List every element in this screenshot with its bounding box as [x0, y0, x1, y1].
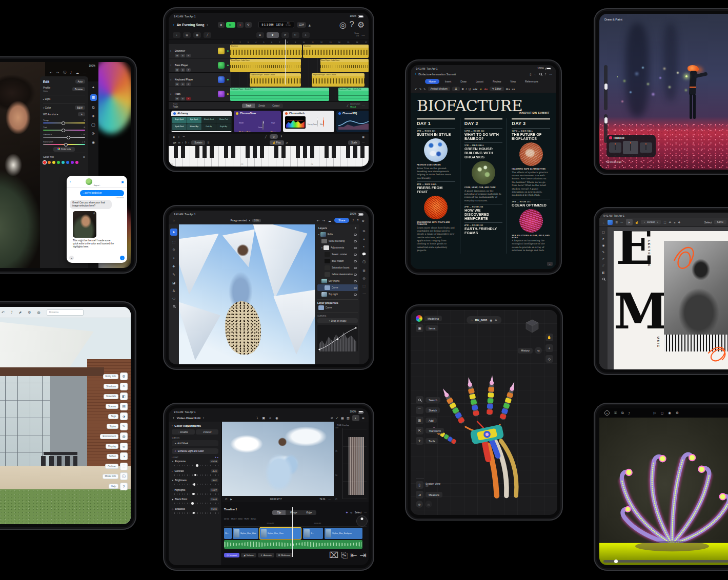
faders-mode-icon[interactable]: ⦀ — [281, 135, 282, 138]
split-icon[interactable]: ✂ — [292, 32, 299, 38]
solo-button[interactable]: S — [180, 68, 185, 72]
chromaverb-plugin[interactable]: ChromaVerb Decay Time Wet — [283, 111, 334, 132]
remove-attachment-icon[interactable]: ✕ — [93, 212, 95, 215]
fx-icon[interactable]: ✦ — [362, 237, 365, 241]
dismiss-keyboard-icon[interactable]: ▾ — [547, 262, 553, 266]
mute-button[interactable]: M — [175, 68, 179, 72]
export-icon[interactable]: ⤴ — [11, 310, 13, 314]
node-tool[interactable]: ☝ — [635, 221, 639, 224]
frame-thumbnail[interactable] — [609, 142, 621, 153]
black-point-slider[interactable]: ◆Black Point15.44 — [172, 498, 218, 505]
drive-knob[interactable] — [262, 120, 264, 130]
stop-button[interactable]: ■ — [218, 22, 225, 28]
document-title[interactable]: Fragmented — [230, 219, 247, 222]
layer-row-selected[interactable]: ╱Curve — [317, 284, 358, 291]
keyboard-select-icon[interactable]: ▤▾ — [173, 141, 176, 144]
search-tool[interactable]: Search — [416, 396, 444, 404]
minimize-icon[interactable]: ⊖ — [362, 416, 365, 420]
timeline-mode-tabs[interactable]: ClipRangeEdge — [272, 510, 316, 515]
settings-icon[interactable]: ⚙ — [357, 20, 365, 30]
canvas-area[interactable]: E M LECTRONIC USIC — [608, 227, 728, 369]
solo-button[interactable]: S — [180, 54, 185, 57]
zoom-level[interactable]: 26% — [252, 219, 261, 222]
contrast-slider[interactable]: ◐Contrast4.41 — [172, 469, 218, 477]
wb-value[interactable]: As shot — [48, 113, 56, 116]
volume-button[interactable]: ◢ Volume — [241, 553, 256, 557]
trim-tool[interactable]: ✥ — [267, 32, 279, 38]
heal-tool[interactable]: ✚ — [172, 264, 175, 268]
align-button[interactable]: ☰▾ — [506, 88, 510, 91]
cloud-icon[interactable]: ☁ — [76, 70, 79, 75]
back-icon[interactable]: ‹ — [415, 72, 416, 76]
display-button[interactable]: Display∞ — [100, 443, 128, 450]
record-enable-button[interactable]: R — [186, 54, 191, 57]
more-icon[interactable]: ⋯ — [83, 70, 86, 75]
info-icon[interactable]: ⓘ — [63, 70, 66, 75]
same-button[interactable]: Same — [714, 220, 727, 224]
help-icon[interactable]: ? — [350, 20, 354, 30]
robotic-hand-model[interactable] — [433, 330, 541, 500]
bold-button[interactable]: B — [462, 88, 464, 91]
tools-tool[interactable]: ✛Tools — [416, 437, 444, 445]
highlight-button[interactable]: ▼ — [479, 88, 482, 91]
tab-view[interactable]: View — [507, 79, 519, 84]
color-section[interactable]: Color — [45, 106, 51, 109]
brush-tool[interactable]: ✎ — [172, 273, 175, 277]
pencil-mode-icon[interactable]: ╱ — [265, 135, 267, 138]
pen-tool[interactable]: ✎ — [602, 251, 605, 254]
brightness-slider[interactable]: ✦Brightness9.07 — [172, 479, 218, 486]
tab-draw[interactable]: Draw — [457, 79, 470, 84]
glissando-icon[interactable]: ⇄ — [286, 141, 288, 144]
lock-icon[interactable]: ⚿ — [207, 141, 209, 144]
brush-tool[interactable]: ✐ — [602, 257, 605, 260]
eraser-tool[interactable]: ◪ — [172, 281, 175, 285]
inspect-button[interactable]: ⬡ Inspect — [224, 553, 239, 557]
metronome-icon[interactable]: ◭ — [309, 23, 311, 27]
move-tool[interactable]: ➤ — [602, 237, 605, 240]
tab-layout[interactable]: Layout — [472, 79, 487, 84]
mute-button[interactable]: M — [175, 54, 179, 57]
lens-icon[interactable]: ◉ — [92, 140, 95, 144]
wet-knob[interactable] — [323, 117, 324, 127]
type-tool[interactable]: A — [173, 289, 175, 293]
tab-home[interactable]: Home — [425, 79, 439, 84]
timeline-scrubber[interactable] — [603, 560, 728, 563]
plug-icon[interactable]: ⎓ — [183, 135, 185, 138]
close-icon[interactable]: ⊗ — [83, 155, 85, 158]
video-track[interactable]: Sk... Skyline_Blue_Wide Skyline_Blue_Clo… — [224, 528, 367, 539]
alchemy-plugin[interactable]: Alchemy Bright SynthEpic SynthMetallic S… — [171, 111, 232, 132]
format-painter-icon[interactable]: ✎ — [423, 88, 426, 91]
tab-review[interactable]: Review — [489, 79, 504, 84]
tab-references[interactable]: References — [521, 79, 542, 84]
materials-button[interactable]: Materials◧ — [100, 392, 128, 400]
font-color-button[interactable]: A▾ — [484, 88, 488, 91]
move-tool[interactable]: ➤ — [626, 219, 633, 225]
adjust-icon[interactable]: ◐ — [363, 245, 365, 248]
plus-button[interactable]: + — [69, 256, 74, 260]
project-title[interactable]: An Evening Song — [177, 23, 205, 27]
text-style-button[interactable]: aA▾ — [473, 88, 477, 91]
record-enable-button[interactable]: R — [186, 68, 191, 72]
saturation-slider[interactable]: Saturation+ 2 — [43, 140, 85, 145]
zoom-fit-icon[interactable]: ⌖ — [545, 344, 553, 352]
redo-icon[interactable]: ↷ — [56, 70, 59, 75]
eyedropper-icon[interactable]: ✎ — [78, 112, 85, 116]
viewer[interactable]: ⏮ ▶ 00:00:27:7 74 % ⋯ — [222, 422, 334, 502]
zoom-tool[interactable] — [173, 305, 175, 307]
layer-row[interactable]: Top right — [317, 291, 358, 298]
entity-info-button[interactable]: Entity Info⚙ — [100, 372, 128, 380]
crop-icon[interactable]: ⬚ — [362, 284, 366, 287]
light-section[interactable]: Light — [45, 97, 50, 100]
layer-row[interactable]: Blue match — [317, 258, 358, 264]
stop-icon[interactable]: ◻ — [661, 411, 663, 415]
color-wheel-icon[interactable] — [416, 315, 422, 322]
import-icon[interactable]: ⤵ — [256, 416, 258, 420]
glue-icon[interactable]: ⊹ — [302, 32, 310, 38]
channel-eq-plugin[interactable]: Channel EQ — [336, 111, 369, 132]
arrange-area[interactable]: Drummer Drummer Bass Player - Indie Disc… — [230, 44, 369, 101]
play-surface-button[interactable]: ☝ Play — [270, 140, 284, 145]
more-icon[interactable]: ⋯ — [362, 292, 366, 295]
timeline-ruler[interactable]: 00:00:15 00:00:30 00:00:4 — [224, 523, 367, 527]
select-mode[interactable]: Select — [355, 511, 361, 514]
mute-button[interactable]: M — [175, 82, 179, 86]
